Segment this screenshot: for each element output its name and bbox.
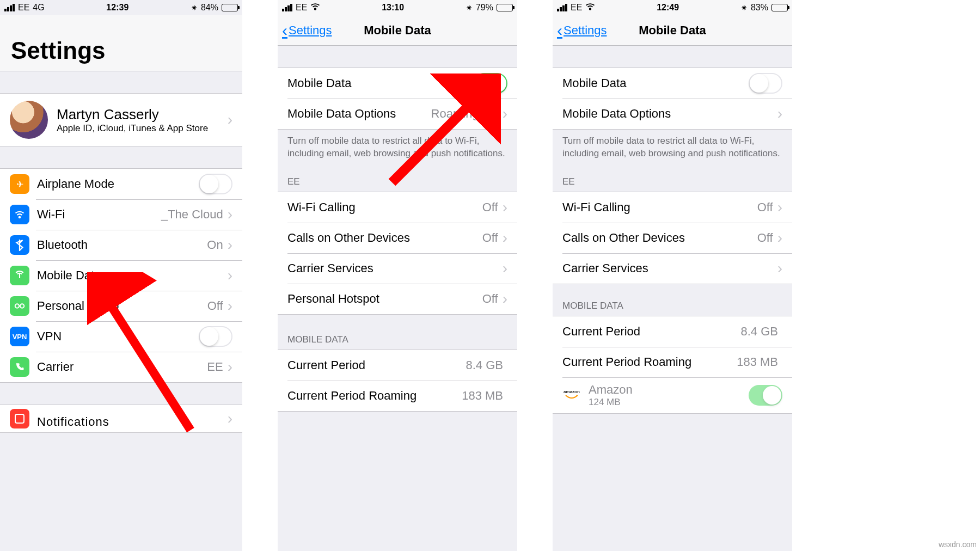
- row-value: 183 MB: [462, 389, 503, 403]
- row-value: Roaming Off: [431, 107, 498, 121]
- chevron-right-icon: ›: [503, 291, 507, 307]
- row-label: Airplane Mode: [37, 177, 114, 191]
- mobile-data-options-row[interactable]: Mobile Data Options Roaming Off ›: [278, 99, 517, 129]
- wifi-icon: [310, 3, 320, 13]
- row-label: Calls on Other Devices: [287, 231, 410, 245]
- row-label: Personal Hotsp: [37, 299, 119, 313]
- page-title: Settings: [0, 15, 242, 71]
- nav-bar: ‹ Settings Mobile Data: [553, 15, 792, 46]
- bluetooth-row[interactable]: Bluetooth On ›: [0, 230, 242, 260]
- row-label: Mobile Data: [287, 76, 351, 90]
- personal-hotspot-row[interactable]: Personal Hotspot Off ›: [278, 284, 517, 314]
- phone-icon: [10, 357, 29, 377]
- back-label: Settings: [564, 23, 607, 38]
- app-data-row-amazon[interactable]: amazon Amazon 124 MB: [553, 377, 792, 413]
- app-data-toggle[interactable]: [749, 385, 782, 406]
- app-name-label: Amazon: [589, 383, 749, 397]
- status-bar: EE 12:49 ⁕ 83%: [553, 0, 792, 15]
- row-value: Off: [757, 231, 773, 245]
- wifi-calling-row[interactable]: Wi-Fi Calling Off ›: [553, 192, 792, 223]
- current-period-row: Current Period 8.4 GB: [553, 316, 792, 347]
- status-bar: EE 13:10 ⁕ 79%: [278, 0, 517, 15]
- row-label: Bluetooth: [37, 238, 88, 252]
- calls-other-devices-row[interactable]: Calls on Other Devices Off ›: [278, 223, 517, 253]
- signal-icon: [4, 4, 15, 11]
- airplane-mode-row[interactable]: ✈ Airplane Mode: [0, 169, 242, 199]
- personal-hotspot-row[interactable]: Personal Hotsp Off ›: [0, 291, 242, 321]
- row-label: Wi-Fi: [37, 207, 65, 222]
- carrier-row[interactable]: Carrier EE ›: [0, 352, 242, 382]
- section-header: MOBILE DATA: [278, 315, 517, 350]
- row-value: Off: [207, 299, 223, 313]
- wifi-row[interactable]: Wi-Fi _The Cloud ›: [0, 199, 242, 230]
- carrier-label: EE: [296, 3, 307, 13]
- row-label: VPN: [37, 329, 62, 344]
- notifications-row[interactable]: Notifications ›: [0, 405, 242, 432]
- chevron-right-icon: ›: [777, 261, 782, 276]
- battery-percent-label: 79%: [476, 3, 493, 13]
- bluetooth-icon: [10, 235, 29, 255]
- profile-sub-label: Apple ID, iCloud, iTunes & App Store: [57, 123, 228, 134]
- mobile-data-toggle-row[interactable]: Mobile Data: [553, 68, 792, 99]
- mobile-data-options-row[interactable]: Mobile Data Options ›: [553, 99, 792, 129]
- chevron-right-icon: ›: [228, 207, 232, 222]
- mobile-data-toggle[interactable]: [474, 73, 507, 94]
- row-label: Current Period Roaming: [562, 355, 691, 369]
- hotspot-icon: [10, 296, 29, 316]
- carrier-services-row[interactable]: Carrier Services ›: [278, 253, 517, 284]
- row-value: 183 MB: [737, 355, 778, 369]
- clock-label: 13:10: [382, 3, 404, 13]
- chevron-right-icon: ›: [503, 200, 507, 215]
- vpn-toggle[interactable]: [199, 326, 232, 347]
- mobile-data-row[interactable]: Mobile Data ›: [0, 260, 242, 291]
- status-bar: EE 4G 12:39 ⁕ 84%: [0, 0, 242, 15]
- back-button[interactable]: ‹ Settings: [557, 15, 607, 45]
- chevron-right-icon: ›: [228, 359, 232, 375]
- airplane-icon: ✈: [10, 174, 29, 194]
- chevron-right-icon: ›: [503, 106, 507, 121]
- row-label: Current Period Roaming: [287, 389, 416, 403]
- calls-other-devices-row[interactable]: Calls on Other Devices Off ›: [553, 223, 792, 253]
- signal-icon: [557, 4, 567, 11]
- row-label: Current Period: [287, 358, 365, 372]
- amazon-app-icon: amazon: [562, 386, 581, 405]
- mobile-data-toggle[interactable]: [749, 73, 782, 94]
- apple-id-row[interactable]: Martyn Casserly Apple ID, iCloud, iTunes…: [0, 94, 242, 146]
- chevron-right-icon: ›: [503, 230, 507, 246]
- row-value: On: [207, 238, 223, 252]
- wifi-icon: [585, 3, 595, 13]
- battery-percent-label: 84%: [201, 3, 218, 13]
- app-usage-label: 124 MB: [589, 397, 749, 408]
- watermark-label: wsxdn.com: [939, 540, 977, 549]
- clock-label: 12:49: [657, 3, 679, 13]
- row-label: Mobile Data Options: [562, 107, 671, 121]
- nav-bar: ‹ Settings Mobile Data: [278, 15, 517, 46]
- signal-icon: [282, 4, 292, 11]
- row-label: Carrier: [37, 360, 74, 374]
- wifi-calling-row[interactable]: Wi-Fi Calling Off ›: [278, 192, 517, 223]
- section-footer: Turn off mobile data to restrict all dat…: [553, 130, 792, 164]
- row-value: Off: [482, 231, 498, 245]
- chevron-left-icon: ‹: [557, 21, 562, 40]
- carrier-label: EE: [18, 3, 29, 13]
- profile-name-label: Martyn Casserly: [57, 106, 228, 123]
- mobile-data-toggle-row[interactable]: Mobile Data: [278, 68, 517, 99]
- back-button[interactable]: ‹ Settings: [282, 15, 332, 45]
- vpn-row[interactable]: VPN VPN: [0, 321, 242, 352]
- clock-label: 12:39: [106, 3, 128, 13]
- section-header: EE: [278, 164, 517, 192]
- battery-percent-label: 83%: [751, 3, 768, 13]
- nav-title: Mobile Data: [364, 23, 431, 38]
- chevron-right-icon: ›: [228, 268, 232, 283]
- svg-point-2: [20, 304, 24, 308]
- chevron-right-icon: ›: [228, 411, 232, 426]
- row-value: Off: [482, 200, 498, 215]
- svg-point-1: [15, 304, 19, 308]
- carrier-services-row[interactable]: Carrier Services ›: [553, 253, 792, 284]
- section-header: MOBILE DATA: [553, 284, 792, 316]
- row-value: 8.4 GB: [741, 325, 778, 339]
- back-label: Settings: [289, 23, 332, 38]
- battery-icon: [497, 4, 513, 11]
- screenshot-mobile-data-off: EE 12:49 ⁕ 83% ‹ Settings Mobile Data Mo…: [553, 0, 792, 551]
- airplane-toggle[interactable]: [199, 174, 232, 194]
